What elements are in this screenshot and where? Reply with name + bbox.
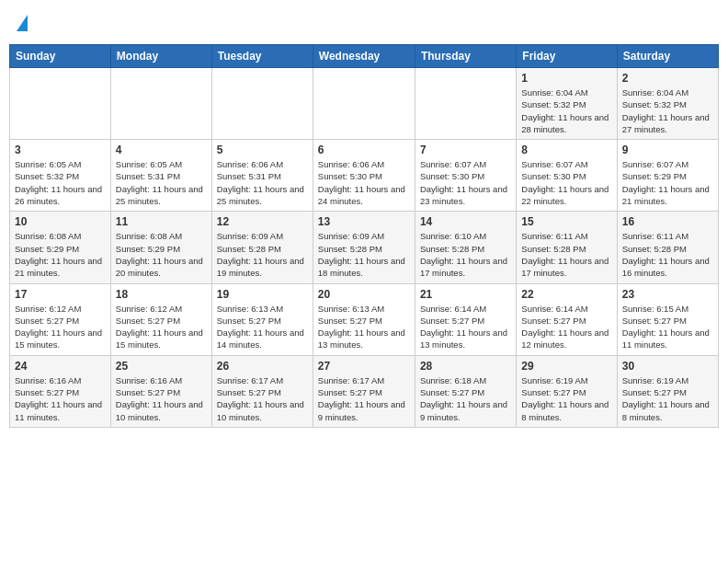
day-number: 30: [622, 360, 713, 373]
day-number: 19: [217, 288, 308, 301]
calendar-cell: 3Sunrise: 6:05 AMSunset: 5:32 PMDaylight…: [10, 140, 111, 212]
day-number: 16: [622, 215, 713, 228]
calendar-cell: 12Sunrise: 6:09 AMSunset: 5:28 PMDayligh…: [211, 212, 313, 283]
day-info: Sunrise: 6:04 AMSunset: 5:32 PMDaylight:…: [622, 86, 713, 135]
calendar-cell: 5Sunrise: 6:06 AMSunset: 5:31 PMDaylight…: [211, 140, 313, 212]
calendar-week-row: 3Sunrise: 6:05 AMSunset: 5:32 PMDaylight…: [10, 140, 719, 212]
day-info: Sunrise: 6:19 AMSunset: 5:27 PMDaylight:…: [521, 374, 611, 423]
day-info: Sunrise: 6:07 AMSunset: 5:30 PMDaylight:…: [420, 158, 511, 207]
day-info: Sunrise: 6:16 AMSunset: 5:27 PMDaylight:…: [15, 374, 106, 423]
day-info: Sunrise: 6:07 AMSunset: 5:29 PMDaylight:…: [622, 158, 713, 207]
weekday-header: Thursday: [415, 45, 516, 68]
weekday-header: Monday: [110, 45, 211, 68]
day-number: 2: [622, 72, 713, 85]
day-info: Sunrise: 6:05 AMSunset: 5:31 PMDaylight:…: [116, 158, 207, 207]
calendar-cell: 24Sunrise: 6:16 AMSunset: 5:27 PMDayligh…: [10, 355, 111, 427]
day-info: Sunrise: 6:17 AMSunset: 5:27 PMDaylight:…: [217, 374, 308, 423]
day-number: 1: [521, 72, 611, 85]
day-number: 14: [420, 215, 511, 228]
day-number: 25: [116, 360, 207, 373]
calendar-cell: 27Sunrise: 6:17 AMSunset: 5:27 PMDayligh…: [313, 355, 415, 427]
day-number: 12: [217, 215, 308, 228]
calendar-week-row: 10Sunrise: 6:08 AMSunset: 5:29 PMDayligh…: [10, 212, 719, 283]
weekday-header: Friday: [517, 45, 617, 68]
calendar-cell: 17Sunrise: 6:12 AMSunset: 5:27 PMDayligh…: [10, 283, 111, 355]
calendar-cell: 16Sunrise: 6:11 AMSunset: 5:28 PMDayligh…: [617, 212, 718, 283]
calendar-cell: 14Sunrise: 6:10 AMSunset: 5:28 PMDayligh…: [415, 212, 516, 283]
day-info: Sunrise: 6:16 AMSunset: 5:27 PMDaylight:…: [116, 374, 207, 423]
calendar-cell: [110, 68, 211, 140]
day-number: 6: [318, 144, 410, 156]
calendar-cell: 20Sunrise: 6:13 AMSunset: 5:27 PMDayligh…: [313, 283, 415, 355]
calendar-cell: 6Sunrise: 6:06 AMSunset: 5:30 PMDaylight…: [313, 140, 415, 212]
day-number: 8: [521, 144, 611, 156]
calendar-week-row: 1Sunrise: 6:04 AMSunset: 5:32 PMDaylight…: [10, 68, 719, 140]
day-number: 24: [15, 360, 106, 373]
day-info: Sunrise: 6:17 AMSunset: 5:27 PMDaylight:…: [318, 374, 410, 423]
day-number: 28: [420, 360, 511, 373]
day-info: Sunrise: 6:04 AMSunset: 5:32 PMDaylight:…: [521, 86, 611, 135]
calendar-cell: [415, 68, 516, 140]
day-info: Sunrise: 6:10 AMSunset: 5:28 PMDaylight:…: [420, 230, 511, 279]
calendar-table: SundayMondayTuesdayWednesdayThursdayFrid…: [9, 44, 719, 428]
calendar-cell: [211, 68, 313, 140]
day-info: Sunrise: 6:14 AMSunset: 5:27 PMDaylight:…: [521, 303, 611, 351]
calendar-cell: 18Sunrise: 6:12 AMSunset: 5:27 PMDayligh…: [110, 283, 211, 355]
day-number: 9: [622, 144, 713, 156]
calendar-cell: 4Sunrise: 6:05 AMSunset: 5:31 PMDaylight…: [110, 140, 211, 212]
day-number: 26: [217, 360, 308, 373]
day-number: 15: [521, 215, 611, 228]
calendar-cell: [313, 68, 415, 140]
day-number: 20: [318, 288, 410, 301]
day-info: Sunrise: 6:06 AMSunset: 5:30 PMDaylight:…: [318, 158, 410, 207]
day-number: 3: [15, 144, 106, 156]
weekday-header: Sunday: [10, 45, 111, 68]
weekday-header: Saturday: [617, 45, 718, 68]
day-info: Sunrise: 6:07 AMSunset: 5:30 PMDaylight:…: [521, 158, 611, 207]
logo: [17, 15, 28, 33]
calendar-week-row: 17Sunrise: 6:12 AMSunset: 5:27 PMDayligh…: [10, 283, 719, 355]
day-number: 10: [15, 215, 106, 228]
day-info: Sunrise: 6:08 AMSunset: 5:29 PMDaylight:…: [116, 230, 207, 279]
day-number: 18: [116, 288, 207, 301]
day-number: 23: [622, 288, 713, 301]
calendar-cell: 28Sunrise: 6:18 AMSunset: 5:27 PMDayligh…: [415, 355, 516, 427]
calendar-cell: 13Sunrise: 6:09 AMSunset: 5:28 PMDayligh…: [313, 212, 415, 283]
day-info: Sunrise: 6:11 AMSunset: 5:28 PMDaylight:…: [622, 230, 713, 279]
day-number: 22: [521, 288, 611, 301]
calendar-cell: 29Sunrise: 6:19 AMSunset: 5:27 PMDayligh…: [517, 355, 617, 427]
day-info: Sunrise: 6:09 AMSunset: 5:28 PMDaylight:…: [217, 230, 308, 279]
day-info: Sunrise: 6:08 AMSunset: 5:29 PMDaylight:…: [15, 230, 106, 279]
day-info: Sunrise: 6:09 AMSunset: 5:28 PMDaylight:…: [318, 230, 410, 279]
day-info: Sunrise: 6:14 AMSunset: 5:27 PMDaylight:…: [420, 303, 511, 351]
weekday-header: Tuesday: [211, 45, 313, 68]
day-info: Sunrise: 6:15 AMSunset: 5:27 PMDaylight:…: [622, 303, 713, 351]
day-number: 21: [420, 288, 511, 301]
calendar-cell: [10, 68, 111, 140]
calendar-cell: 15Sunrise: 6:11 AMSunset: 5:28 PMDayligh…: [517, 212, 617, 283]
calendar-cell: 10Sunrise: 6:08 AMSunset: 5:29 PMDayligh…: [10, 212, 111, 283]
day-number: 5: [217, 144, 308, 156]
day-number: 11: [116, 215, 207, 228]
day-info: Sunrise: 6:18 AMSunset: 5:27 PMDaylight:…: [420, 374, 511, 423]
calendar-cell: 1Sunrise: 6:04 AMSunset: 5:32 PMDaylight…: [517, 68, 617, 140]
calendar-week-row: 24Sunrise: 6:16 AMSunset: 5:27 PMDayligh…: [10, 355, 719, 427]
day-info: Sunrise: 6:11 AMSunset: 5:28 PMDaylight:…: [521, 230, 611, 279]
weekday-header: Wednesday: [313, 45, 415, 68]
day-number: 17: [15, 288, 106, 301]
calendar-cell: 23Sunrise: 6:15 AMSunset: 5:27 PMDayligh…: [617, 283, 718, 355]
day-info: Sunrise: 6:06 AMSunset: 5:31 PMDaylight:…: [217, 158, 308, 207]
calendar-cell: 26Sunrise: 6:17 AMSunset: 5:27 PMDayligh…: [211, 355, 313, 427]
calendar-cell: 25Sunrise: 6:16 AMSunset: 5:27 PMDayligh…: [110, 355, 211, 427]
day-info: Sunrise: 6:13 AMSunset: 5:27 PMDaylight:…: [217, 303, 308, 351]
day-info: Sunrise: 6:19 AMSunset: 5:27 PMDaylight:…: [622, 374, 713, 423]
day-info: Sunrise: 6:12 AMSunset: 5:27 PMDaylight:…: [116, 303, 207, 351]
day-number: 7: [420, 144, 511, 156]
day-info: Sunrise: 6:05 AMSunset: 5:32 PMDaylight:…: [15, 158, 106, 207]
calendar-cell: 22Sunrise: 6:14 AMSunset: 5:27 PMDayligh…: [517, 283, 617, 355]
day-number: 29: [521, 360, 611, 373]
page-header: [9, 9, 719, 39]
calendar-cell: 9Sunrise: 6:07 AMSunset: 5:29 PMDaylight…: [617, 140, 718, 212]
calendar-cell: 7Sunrise: 6:07 AMSunset: 5:30 PMDaylight…: [415, 140, 516, 212]
calendar-cell: 30Sunrise: 6:19 AMSunset: 5:27 PMDayligh…: [617, 355, 718, 427]
